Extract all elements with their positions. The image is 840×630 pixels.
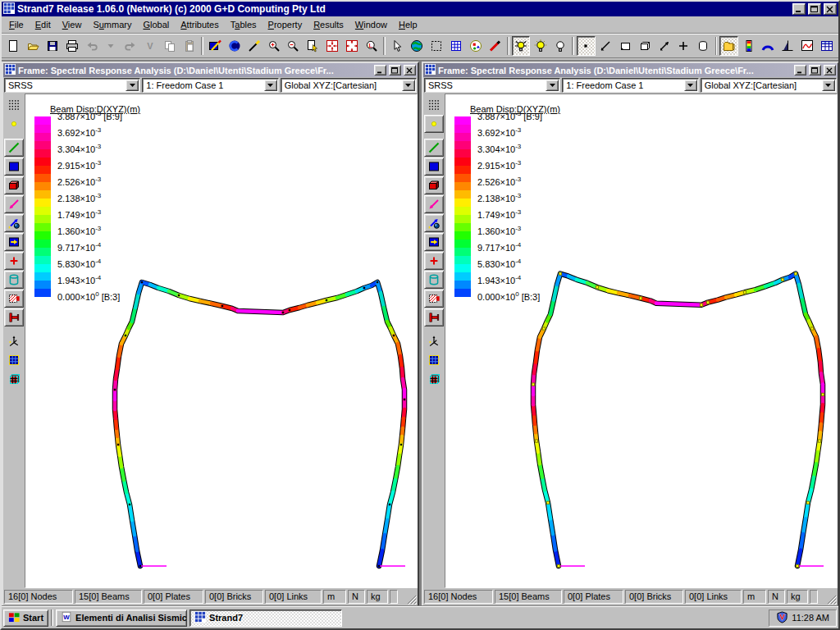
select-brick-icon[interactable] — [635, 36, 654, 56]
select-marquee-icon[interactable] — [427, 36, 446, 56]
dynamic-rotate-icon[interactable] — [408, 36, 427, 56]
menu-global[interactable]: Global — [137, 17, 175, 32]
pointer-icon[interactable] — [388, 36, 407, 56]
select-link-icon[interactable] — [655, 36, 673, 56]
chevron-down-icon[interactable] — [684, 80, 697, 91]
open-icon[interactable] — [24, 36, 43, 56]
axis-system-combo[interactable]: Global XYZ:[Cartesian] — [281, 78, 417, 93]
select-by-region-icon[interactable] — [512, 36, 531, 56]
vertex-display-icon[interactable] — [4, 214, 24, 232]
grid-plane-icon[interactable] — [4, 351, 24, 369]
tray-clock[interactable]: 11:28 AM — [792, 613, 829, 623]
redo-icon[interactable] — [121, 36, 140, 56]
snap-grid-icon[interactable] — [424, 96, 444, 114]
vertex-display-icon[interactable] — [424, 214, 444, 232]
menu-results[interactable]: Results — [308, 17, 349, 32]
brick-display-icon[interactable] — [4, 176, 24, 194]
region-display-icon[interactable] — [4, 290, 24, 308]
menu-attributes[interactable]: Attributes — [175, 17, 224, 32]
plate-display-icon[interactable] — [4, 158, 24, 176]
taskbar-task-elementi-di-analisi-sismica[interactable]: WElementi di Analisi Sismica... — [56, 609, 187, 627]
taskbar-task-strand7[interactable]: Strand7 — [189, 609, 342, 627]
chevron-down-icon[interactable] — [126, 80, 139, 91]
result-case-combo[interactable]: SRSS — [4, 78, 140, 93]
print-icon[interactable] — [62, 36, 81, 56]
maximize-button[interactable] — [808, 3, 821, 15]
chevron-down-icon[interactable] — [822, 80, 835, 91]
child-close-button[interactable] — [824, 65, 836, 75]
select-entities-icon[interactable] — [466, 36, 485, 56]
peek-icon[interactable] — [759, 36, 778, 56]
peak-value-icon[interactable] — [778, 36, 797, 56]
save-icon[interactable] — [43, 36, 62, 56]
brick-display-icon[interactable] — [424, 176, 444, 194]
close-button[interactable] — [824, 3, 837, 15]
region-display-icon[interactable] — [424, 290, 444, 308]
zoom-select-icon[interactable] — [304, 36, 322, 56]
undo-icon[interactable] — [82, 36, 101, 56]
select-brush-icon[interactable] — [486, 36, 504, 56]
resize-grip[interactable] — [406, 594, 417, 605]
menu-edit[interactable]: Edit — [30, 17, 57, 32]
select-plate-icon[interactable] — [616, 36, 635, 56]
chevron-down-icon[interactable] — [546, 80, 559, 91]
node-display-icon[interactable] — [424, 115, 444, 133]
child-minimize-button[interactable] — [794, 65, 806, 75]
beam-display-icon[interactable] — [4, 139, 24, 157]
child-minimize-button[interactable] — [374, 65, 386, 75]
result-case-combo[interactable]: SRSS — [424, 78, 560, 93]
grid-plane-icon[interactable] — [424, 351, 444, 369]
paste-icon[interactable] — [180, 36, 199, 56]
cavity-display-icon[interactable] — [4, 271, 24, 289]
select-all-icon[interactable] — [674, 36, 693, 56]
axis-triad-icon[interactable] — [4, 332, 24, 350]
zoom-extents-icon[interactable] — [323, 36, 342, 56]
view-rotate-icon[interactable] — [226, 36, 244, 56]
model-viewport[interactable]: Beam Disp:D(XYZ)(m)3.887×10-3[B:9]3.692×… — [445, 94, 838, 588]
entity-display-icon[interactable] — [206, 36, 225, 56]
load-path-display-icon[interactable] — [424, 233, 444, 251]
menu-view[interactable]: View — [57, 17, 88, 32]
copy-icon[interactable] — [160, 36, 179, 56]
graphs-icon[interactable] — [798, 36, 817, 56]
load-path-display-icon[interactable] — [4, 233, 24, 251]
menu-help[interactable]: Help — [393, 17, 423, 32]
child-title-bar[interactable]: Frame: Spectral Response Analysis (D:\Da… — [3, 63, 418, 77]
results-table-icon[interactable] — [817, 36, 836, 56]
chevron-down-icon[interactable] — [402, 80, 415, 91]
child-maximize-button[interactable] — [389, 65, 401, 75]
select-node-icon[interactable] — [577, 36, 596, 56]
chevron-down-icon[interactable] — [264, 80, 277, 91]
antivirus-shield-icon[interactable] — [776, 611, 788, 625]
menu-summary[interactable]: Summary — [87, 17, 137, 32]
menu-tables[interactable]: Tables — [225, 17, 262, 32]
child-maximize-button[interactable] — [809, 65, 821, 75]
attachment-display-icon[interactable] — [4, 252, 24, 270]
freedom-case-combo[interactable]: 1: Freedom Case 1 — [142, 78, 278, 93]
menu-property[interactable]: Property — [262, 17, 308, 32]
menu-file[interactable]: File — [3, 17, 30, 32]
show-selected-icon[interactable] — [531, 36, 550, 56]
groups-icon[interactable] — [719, 36, 738, 56]
zoom-last-icon[interactable]: L — [362, 36, 381, 56]
new-icon[interactable] — [4, 36, 23, 56]
resize-grip[interactable] — [826, 594, 837, 605]
start-button[interactable]: Start — [3, 609, 48, 627]
child-title-bar[interactable]: Frame: Spectral Response Analysis (D:\Da… — [423, 63, 838, 77]
plate-display-icon[interactable] — [424, 158, 444, 176]
link-display-icon[interactable] — [4, 195, 24, 213]
zoom-in-icon[interactable] — [264, 36, 283, 56]
axis-system-combo[interactable]: Global XYZ:[Cartesian] — [701, 78, 837, 93]
vertex-snap-icon[interactable]: V — [141, 36, 160, 56]
select-beam-icon[interactable] — [596, 36, 615, 56]
beam-display-icon[interactable] — [424, 139, 444, 157]
beam-section-display-icon[interactable] — [424, 308, 444, 326]
zoom-all-icon[interactable] — [342, 36, 361, 56]
axis-triad-icon[interactable] — [424, 332, 444, 350]
select-grid-icon[interactable] — [446, 36, 465, 56]
cavity-display-icon[interactable] — [424, 271, 444, 289]
attachment-display-icon[interactable] — [424, 252, 444, 270]
brick-shrink-icon[interactable] — [424, 370, 444, 388]
contour-settings-icon[interactable] — [739, 36, 758, 56]
select-cavity-icon[interactable] — [694, 36, 713, 56]
